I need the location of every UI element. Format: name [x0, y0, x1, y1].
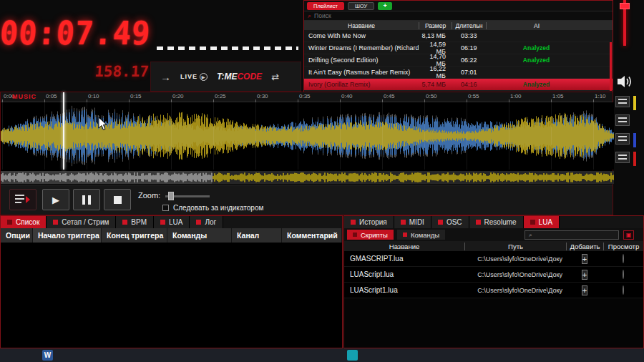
next-arrow-icon[interactable]: →: [160, 71, 171, 83]
pause-button[interactable]: [73, 189, 100, 210]
col-path[interactable]: Путь: [464, 243, 566, 250]
speaker-icon[interactable]: [615, 74, 634, 89]
view-script-radio[interactable]: [623, 285, 624, 295]
col-view[interactable]: Просмотр: [603, 243, 643, 250]
tab-show[interactable]: ШОУ: [348, 2, 374, 10]
view-script-radio[interactable]: [623, 270, 624, 279]
ruler-tick: 1:00: [510, 93, 522, 99]
cue-column-headers: Опции Начало триггера Конец триггера Ком…: [1, 228, 342, 243]
tab-playlist[interactable]: Плейлист: [307, 2, 344, 10]
col-commands[interactable]: Команды: [167, 228, 232, 243]
playlist-column-headers: Название Размер Длительн AI: [304, 21, 613, 30]
col-add[interactable]: Добавить: [566, 243, 603, 250]
tab-marker-icon: [401, 220, 406, 225]
playlist-row-selected[interactable]: Ivory (Gorillaz Remix) 5,74 МБ 04:16 Ana…: [304, 79, 613, 91]
tab-setup-stream[interactable]: Сетап / Стрим: [47, 216, 116, 228]
ruler-tick: 1:10: [595, 93, 606, 99]
subtab-scripts[interactable]: Скрипты: [347, 230, 394, 240]
cue-panel: Список Сетап / Стрим BPM LUA Лог Опции Н…: [0, 215, 343, 348]
ruler-tick: 0:15: [130, 93, 142, 99]
add-script-button[interactable]: +: [582, 254, 587, 264]
col-comment[interactable]: Комментарий: [282, 228, 342, 243]
playlist-scrollbar[interactable]: [610, 42, 612, 91]
track-duration: 04:16: [452, 81, 486, 88]
playlist-row[interactable]: Drifting (Second Edition) 14,70 МБ 06:22…: [304, 54, 613, 67]
zoom-slider-thumb[interactable]: [168, 192, 174, 200]
tab-marker-icon: [438, 220, 443, 225]
master-volume-slider[interactable]: [618, 0, 631, 46]
script-search-input[interactable]: [535, 232, 606, 238]
script-name: LUAScript.lua: [344, 270, 464, 278]
playlist-search[interactable]: ⌕: [304, 11, 613, 21]
playlist-row[interactable]: Come With Me Now 8,13 МБ 03:33: [304, 30, 613, 42]
playlist-row[interactable]: Winter Dreams (I Remember) (Richard Earn…: [304, 42, 613, 54]
live-button[interactable]: LIVE ▶: [180, 73, 208, 81]
timecode-logo[interactable]: T:MECODE: [217, 72, 262, 82]
script-search[interactable]: ⌕: [525, 230, 619, 240]
script-row[interactable]: GMASCRIPT.lua C:\Users\slyfo\OneDrive\До…: [344, 251, 643, 267]
col-duration[interactable]: Длительн: [452, 22, 486, 29]
tab-lua[interactable]: LUA: [154, 216, 190, 228]
tab-history[interactable]: История: [344, 216, 394, 228]
layer-menu-button[interactable]: [615, 152, 630, 163]
tab-resolume[interactable]: Resolume: [469, 216, 524, 228]
tab-label: История: [359, 218, 387, 226]
script-row[interactable]: LUAScript.lua C:\Users\slyfo\OneDrive\До…: [344, 267, 643, 283]
tab-lua[interactable]: LUA: [524, 216, 560, 228]
load-script-button[interactable]: ▣: [623, 230, 634, 240]
script-path: C:\Users\slyfo\OneDrive\Доку: [464, 255, 566, 263]
col-name[interactable]: Название: [344, 243, 464, 250]
taskbar-word-icon[interactable]: W: [42, 350, 53, 361]
waveform-overview[interactable]: [1, 171, 614, 184]
timeline-ruler[interactable]: 0:000:050:100:150:200:250:300:350:400:45…: [1, 92, 613, 102]
tab-bpm[interactable]: BPM: [116, 216, 154, 228]
follow-indicator-option[interactable]: Следовать за индикатором: [162, 204, 263, 212]
tab-marker-icon: [403, 233, 407, 237]
col-ai[interactable]: AI: [486, 22, 613, 29]
tab-log[interactable]: Лог: [190, 216, 223, 228]
col-size[interactable]: Размер: [419, 22, 452, 29]
layer-menu-button[interactable]: [615, 114, 630, 126]
script-row[interactable]: LUAScript1.lua C:\Users\slyfo\OneDrive\Д…: [344, 283, 643, 298]
waveform-display[interactable]: [1, 102, 614, 170]
subtab-commands[interactable]: Команды: [397, 230, 445, 240]
play-button[interactable]: ▶: [42, 189, 69, 210]
add-script-button[interactable]: +: [582, 270, 587, 280]
tab-list[interactable]: Список: [1, 216, 47, 228]
layer-menu-button[interactable]: [615, 96, 630, 107]
add-script-button[interactable]: +: [582, 285, 587, 295]
volume-knob[interactable]: [620, 3, 630, 9]
taskbar-app-icon[interactable]: [347, 350, 358, 361]
search-input[interactable]: [314, 12, 457, 19]
tab-midi[interactable]: MIDI: [394, 216, 431, 228]
tab-label: LUA: [539, 218, 552, 226]
tab-label: Список: [16, 218, 39, 226]
layer-menu-button[interactable]: [615, 133, 630, 145]
col-channel[interactable]: Канал: [232, 228, 282, 243]
waveform-panel: 0:000:050:100:150:200:250:300:350:400:45…: [0, 92, 613, 185]
ruler-tick: 0:55: [468, 93, 479, 99]
tab-osc[interactable]: OSC: [431, 216, 469, 228]
cue-list-button[interactable]: [9, 189, 36, 210]
loop-icon[interactable]: ⇄: [271, 72, 279, 82]
track-duration: 03:33: [452, 32, 486, 39]
ruler-tick: 1:05: [552, 93, 564, 99]
col-trigger-end[interactable]: Конец триггера: [102, 228, 167, 243]
cue-table-body[interactable]: [1, 243, 342, 348]
follow-checkbox[interactable]: [162, 205, 169, 211]
ruler-tick: 0:40: [341, 93, 353, 99]
view-script-radio[interactable]: [623, 254, 624, 263]
col-name[interactable]: Название: [304, 22, 419, 29]
script-column-headers: Название Путь Добавить Просмотр: [344, 241, 643, 251]
track-ai-status: Analyzed: [486, 81, 613, 88]
col-trigger-start[interactable]: Начало триггера: [33, 228, 102, 243]
hamburger-icon: [618, 136, 627, 142]
layer-rail: [614, 93, 644, 185]
integration-subtabbar: Скрипты Команды ⌕ ▣: [344, 228, 643, 241]
add-track-button[interactable]: +: [378, 2, 392, 10]
stop-button[interactable]: [104, 189, 131, 210]
col-options[interactable]: Опции: [1, 228, 33, 243]
track-name: Winter Dreams (I Remember) (Richard Earn: [304, 44, 419, 52]
playlist-row[interactable]: It Ain't Easy (Rasmus Faber Remix) 16,22…: [304, 67, 613, 79]
live-play-icon: ▶: [200, 73, 208, 81]
